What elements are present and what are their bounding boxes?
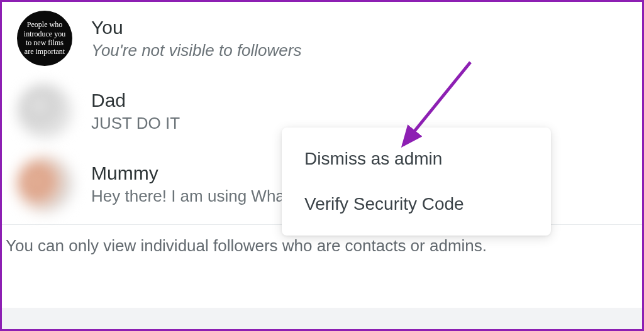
- follower-text: You You're not visible to followers: [91, 17, 301, 60]
- avatar-text: People who introduce you to new films ar…: [21, 20, 69, 57]
- follower-text: Dad JUST DO IT: [91, 90, 180, 133]
- avatar-mummy: [17, 156, 72, 212]
- follower-name: Dad: [91, 90, 180, 111]
- menu-item-verify-security-code[interactable]: Verify Security Code: [282, 182, 551, 227]
- menu-item-dismiss-admin[interactable]: Dismiss as admin: [282, 136, 551, 182]
- follower-subtitle: You're not visible to followers: [91, 41, 301, 60]
- follower-subtitle: JUST DO IT: [91, 114, 180, 133]
- follower-name: You: [91, 17, 301, 38]
- context-menu: Dismiss as admin Verify Security Code: [282, 128, 551, 236]
- avatar-dad: [17, 84, 72, 139]
- follower-row-you[interactable]: People who introduce you to new films ar…: [2, 2, 642, 75]
- follower-text: Mummy Hey there! I am using What: [91, 163, 289, 206]
- bottom-bar: [2, 308, 642, 329]
- avatar-you: People who introduce you to new films ar…: [17, 11, 72, 66]
- followers-panel: People who introduce you to new films ar…: [2, 2, 642, 329]
- follower-name: Mummy: [91, 163, 289, 184]
- follower-subtitle: Hey there! I am using What: [91, 187, 289, 206]
